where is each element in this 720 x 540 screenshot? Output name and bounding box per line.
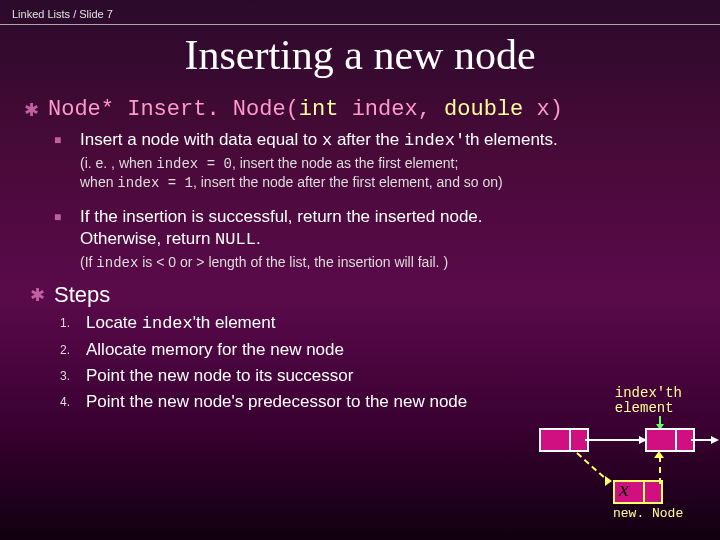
bullet-icon: ✱ [24,97,48,123]
breadcrumb: Linked Lists / Slide 7 [0,0,720,24]
bullet-insert-desc: ■ Insert a node with data equal to x aft… [54,129,696,152]
successor-arrowhead-icon [654,451,664,458]
sub-note-1b: when index = 1, insert the node after th… [80,173,696,192]
new-node-label: new. Node [613,506,683,521]
step-4: 4. Point the new node's predecessor to t… [60,391,540,413]
arrow-icon [585,439,641,441]
index-th-label: index'thelement [615,386,682,416]
predecessor-arrowhead-icon [605,476,612,486]
divider [0,24,720,25]
linked-list-diagram: index'thelement x new. Node [535,394,710,514]
successor-pointer-icon [659,456,661,484]
page-title: Inserting a new node [0,31,720,79]
square-bullet-icon: ■ [54,129,80,152]
arrowhead-icon [711,436,719,444]
step-3: 3. Point the new node to its successor [60,365,540,387]
x-value-label: x [619,476,629,502]
step-1: 1. Locate index'th element [60,312,540,335]
arrowhead-icon [639,436,647,444]
arrow-icon [691,439,713,441]
list-node-prev [539,428,589,452]
square-bullet-icon: ■ [54,206,80,251]
list-node-indexth [645,428,695,452]
slide-content: ✱ Node* Insert. Node(int index, double x… [0,97,720,413]
step-2: 2. Allocate memory for the new node [60,339,540,361]
bullet-return-desc: ■ If the insertion is successful, return… [54,206,696,251]
predecessor-pointer-icon [576,452,604,478]
bullet-icon: ✱ [30,282,54,308]
sub-note-1a: (i. e. , when index = 0, insert the node… [80,154,696,173]
function-signature: Node* Insert. Node(int index, double x) [48,97,563,123]
steps-heading: ✱ Steps [30,282,696,308]
sub-note-2: (If index is < 0 or > length of the list… [80,253,696,272]
signature-line: ✱ Node* Insert. Node(int index, double x… [24,97,696,123]
